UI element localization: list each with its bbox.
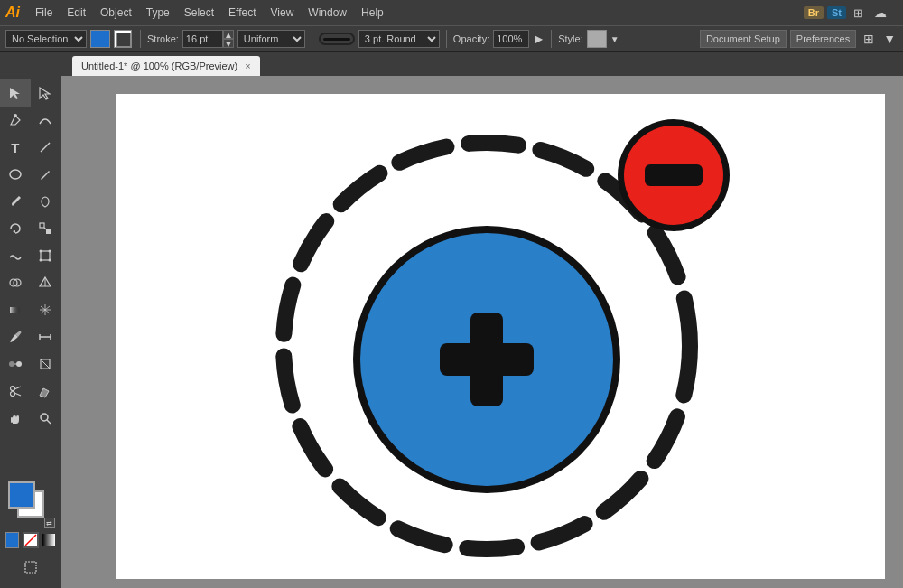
pen-tool-btn[interactable]	[0, 107, 31, 134]
type-tool-btn[interactable]: T	[0, 134, 31, 161]
color-section: ⇄	[0, 476, 61, 554]
stroke-cap-select[interactable]: 3 pt. Round	[358, 30, 440, 48]
tool-row-1	[0, 79, 61, 107]
style-dropdown-arrow[interactable]: ▼	[610, 34, 619, 44]
artboard-row	[15, 554, 46, 581]
canvas-area[interactable]	[61, 76, 903, 588]
swap-colors-btn[interactable]: ⇄	[44, 518, 55, 528]
toolbar-expand-arrow[interactable]: ▼	[881, 32, 898, 46]
scale-tool-btn[interactable]	[31, 215, 61, 242]
menu-edit[interactable]: Edit	[61, 5, 92, 21]
arrange-icon[interactable]: ⊞	[860, 32, 878, 46]
none-btn[interactable]	[23, 532, 39, 548]
tool-row-13	[0, 405, 61, 432]
tool-row-2	[0, 107, 61, 134]
stroke-spinner[interactable]: ▲ ▼	[182, 30, 234, 48]
svg-point-2	[10, 170, 21, 179]
svg-rect-30	[25, 562, 36, 573]
blend-tool-btn[interactable]	[0, 350, 31, 378]
artboard	[116, 94, 885, 579]
curvature-tool-btn[interactable]	[31, 107, 61, 134]
stroke-spinner-arrows[interactable]: ▲ ▼	[223, 30, 234, 48]
free-transform-tool-btn[interactable]	[31, 242, 61, 269]
tool-row-8	[0, 269, 61, 296]
scissors-tool-btn[interactable]	[0, 378, 31, 405]
stroke-label: Stroke:	[147, 33, 179, 44]
svg-line-27	[47, 420, 51, 424]
workspace-switcher-icon[interactable]: ⊞	[850, 5, 867, 21]
preferences-button[interactable]: Preferences	[790, 30, 856, 48]
menu-window[interactable]: Window	[302, 5, 353, 21]
bridge-icon[interactable]: Br	[804, 6, 824, 19]
document-tab[interactable]: Untitled-1* @ 100% (RGB/Preview) ×	[72, 56, 260, 76]
tool-row-4	[0, 161, 61, 188]
tool-row-10	[0, 323, 61, 350]
shape-builder-tool-btn[interactable]	[0, 269, 31, 296]
direct-selection-tool-btn[interactable]	[31, 79, 61, 107]
color-btn[interactable]	[5, 532, 19, 548]
opacity-input[interactable]	[493, 30, 529, 48]
style-swatch[interactable]	[587, 30, 607, 48]
perspective-grid-tool-btn[interactable]	[31, 269, 61, 296]
menu-file[interactable]: File	[29, 5, 59, 21]
menu-view[interactable]: View	[265, 5, 301, 21]
selection-tool-btn[interactable]	[0, 79, 31, 107]
artboard-tool-btn[interactable]	[15, 554, 46, 581]
plus-horizontal	[440, 343, 534, 376]
svg-rect-29	[42, 534, 55, 546]
blob-brush-tool-btn[interactable]	[31, 188, 61, 215]
fill-swatch[interactable]	[8, 481, 35, 509]
mesh-tool-btn[interactable]	[31, 296, 61, 323]
minus-sign	[645, 164, 703, 186]
live-paint-tool-btn[interactable]	[31, 350, 61, 378]
menu-object[interactable]: Object	[94, 5, 138, 21]
main-area: T	[0, 76, 903, 588]
menu-select[interactable]: Select	[178, 5, 220, 21]
svg-point-19	[16, 361, 22, 367]
svg-point-21	[10, 387, 14, 391]
divider-3	[446, 30, 447, 48]
eyedropper-tool-btn[interactable]	[0, 323, 31, 350]
divider-4	[551, 30, 552, 48]
svg-rect-14	[10, 307, 21, 313]
stroke-type-select[interactable]: Uniform	[237, 30, 305, 48]
svg-rect-4	[46, 229, 51, 234]
svg-rect-6	[41, 251, 50, 260]
paintbrush-tool-btn[interactable]	[0, 188, 31, 215]
stock-icon[interactable]: St	[827, 6, 846, 19]
selection-dropdown[interactable]: No Selection	[5, 30, 87, 48]
rotate-tool-btn[interactable]	[0, 215, 31, 242]
measure-tool-btn[interactable]	[31, 323, 61, 350]
eraser-tool-btn[interactable]	[31, 378, 61, 405]
svg-point-18	[9, 361, 14, 367]
menu-type[interactable]: Type	[140, 5, 176, 21]
ellipse-tool-btn[interactable]	[0, 161, 31, 188]
pencil-tool-btn[interactable]	[31, 161, 61, 188]
tool-row-12	[0, 378, 61, 405]
menu-effect[interactable]: Effect	[222, 5, 262, 21]
toolbox: T	[0, 76, 61, 588]
menu-bar: Ai File Edit Object Type Select Effect V…	[0, 0, 903, 25]
gradient-tool-btn[interactable]	[0, 296, 31, 323]
fill-color-swatch[interactable]	[90, 30, 110, 48]
svg-point-26	[41, 414, 48, 421]
document-setup-button[interactable]: Document Setup	[700, 30, 787, 48]
tab-close-button[interactable]: ×	[245, 61, 250, 71]
stroke-value-input[interactable]	[182, 30, 223, 48]
svg-point-9	[40, 259, 42, 262]
tool-row-3: T	[0, 134, 61, 161]
hand-tool-btn[interactable]	[0, 405, 31, 432]
stroke-up-arrow[interactable]: ▲	[223, 30, 234, 39]
cloud-icon[interactable]: ☁	[870, 5, 890, 21]
zoom-tool-btn[interactable]	[31, 405, 61, 432]
line-tool-btn[interactable]	[31, 134, 61, 161]
opacity-expand-arrow[interactable]: ▶	[533, 33, 545, 45]
menu-help[interactable]: Help	[355, 5, 390, 21]
warp-tool-btn[interactable]	[0, 242, 31, 269]
tab-bar: Untitled-1* @ 100% (RGB/Preview) ×	[0, 52, 903, 76]
stroke-down-arrow[interactable]: ▼	[223, 39, 234, 48]
opacity-label: Opacity:	[453, 33, 489, 44]
tool-row-9	[0, 296, 61, 323]
gradient-swatch-btn[interactable]	[42, 532, 55, 548]
fill-none-swatch[interactable]	[114, 30, 134, 48]
